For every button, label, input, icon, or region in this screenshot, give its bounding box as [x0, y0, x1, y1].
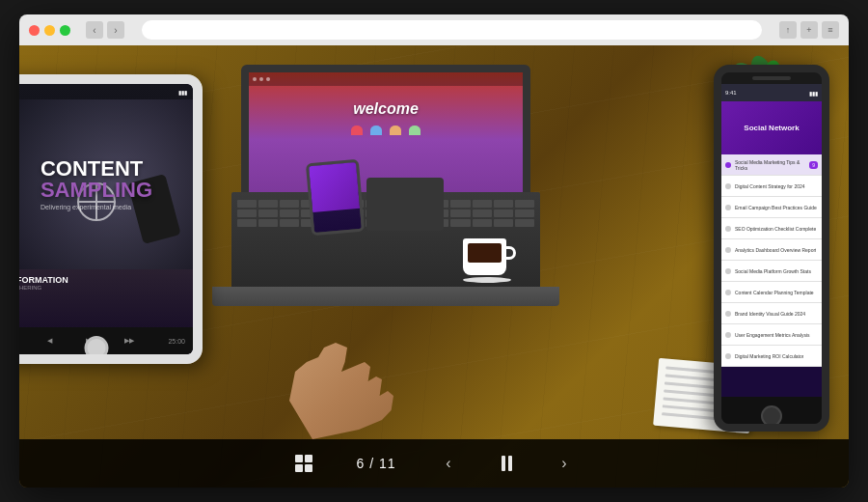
previous-button[interactable]: ‹: [434, 449, 463, 478]
bookmark-icon[interactable]: +: [800, 21, 818, 39]
list-dot: [725, 268, 731, 274]
phone-list-item[interactable]: SEO Optimization Checklist Complete: [721, 218, 822, 239]
cup-body: [463, 238, 506, 275]
phone-list-item[interactable]: User Engagement Metrics Analysis: [721, 324, 822, 346]
info-gathering-sub: GATHERING: [19, 285, 185, 291]
list-dot: [725, 183, 731, 189]
browser-actions: ↑ + ≡: [779, 21, 839, 39]
phone-list-item[interactable]: Digital Marketing ROI Calculator: [721, 346, 822, 367]
laptop-welcome-text: welcome: [249, 100, 523, 118]
tablet-home-button[interactable]: [85, 336, 109, 360]
phone-home-button[interactable]: [761, 405, 782, 427]
tablet-time: 25:00: [168, 338, 185, 345]
key: [237, 200, 257, 208]
sampling-label: SAMPLING: [41, 180, 152, 201]
laptop-base: [212, 287, 559, 306]
media-controls-bar: 6 / 11 ‹ ›: [19, 439, 849, 488]
cup-saucer: [463, 277, 511, 283]
tablet-bottom-section: INFORMATION GATHERING: [19, 269, 193, 327]
screen-header-bar: [249, 72, 523, 86]
phone-list-item[interactable]: Digital Content Strategy for 2024: [721, 176, 822, 197]
coffee-cup: [463, 238, 511, 282]
grid-icon: [295, 455, 312, 472]
tablet-screen: 9:41 ▮▮▮ CONTENT SAMPLING Delivering exp…: [19, 84, 193, 354]
notification-badge: 9: [809, 161, 818, 169]
traffic-lights: [29, 25, 70, 36]
url-bar[interactable]: [142, 20, 762, 40]
umbrella-people: [249, 126, 523, 135]
tablet-top-bar: 9:41 ▮▮▮: [19, 84, 193, 99]
content-area: welcome: [19, 45, 849, 488]
screen-dot-2: [259, 77, 263, 81]
phone-top-bar: 9:41 ▮▮▮: [721, 84, 822, 101]
phone-list: Social Media Marketing Tips & Tricks 9 D…: [721, 154, 822, 367]
share-icon[interactable]: ↑: [779, 21, 797, 39]
phone-list-item[interactable]: Content Calendar Planning Template: [721, 282, 822, 303]
content-text-overlay: CONTENT SAMPLING Delivering experimental…: [31, 149, 162, 220]
list-dot: [725, 332, 731, 338]
minimize-button[interactable]: [44, 25, 55, 36]
maximize-button[interactable]: [60, 25, 70, 36]
info-gathering-label: INFORMATION: [19, 275, 185, 285]
tablet-ctrl-prev[interactable]: ◀: [47, 337, 52, 345]
list-dot: [725, 162, 731, 168]
smartphone-device: 9:41 ▮▮▮ Social Network Social Media Mar…: [714, 65, 829, 432]
tablet-main-image: CONTENT SAMPLING Delivering experimental…: [19, 99, 193, 269]
coffee-liquid: [468, 243, 502, 263]
page-indicator: 6 / 11: [347, 456, 405, 471]
tablet-device: 9:41 ▮▮▮ CONTENT SAMPLING Delivering exp…: [19, 74, 203, 364]
list-dot: [725, 290, 731, 295]
phone-list-item[interactable]: Email Campaign Best Practices Guide: [721, 197, 822, 218]
menu-icon[interactable]: ≡: [822, 21, 839, 39]
grid-view-button[interactable]: [289, 449, 318, 478]
forward-button[interactable]: ›: [107, 21, 124, 39]
list-dot: [725, 205, 731, 210]
laptop: welcome: [212, 65, 579, 335]
smartphone-home-area: [721, 397, 822, 432]
screen-dot-1: [253, 77, 257, 81]
back-button[interactable]: ‹: [86, 21, 103, 39]
phone-hero-text: Social Network: [744, 124, 799, 132]
browser-window: ‹ › ↑ + ≡: [19, 14, 849, 488]
desk-phone-screen: [309, 162, 360, 212]
list-dot: [725, 311, 731, 317]
content-label: CONTENT: [41, 158, 152, 180]
phone-list-item[interactable]: Social Media Platform Growth Stats: [721, 261, 822, 282]
desk-phone-small: [306, 159, 365, 237]
phone-hero-banner: Social Network: [721, 101, 822, 154]
play-pause-button[interactable]: [492, 449, 521, 478]
screen-dot-3: [266, 77, 270, 81]
tablet-ctrl-next[interactable]: ▶▶: [124, 337, 134, 345]
phone-list-item[interactable]: Social Media Marketing Tips & Tricks 9: [721, 154, 822, 176]
list-dot: [725, 247, 731, 253]
phone-list-item[interactable]: Brand Identity Visual Guide 2024: [721, 303, 822, 324]
close-button[interactable]: [29, 25, 40, 36]
browser-chrome: ‹ › ↑ + ≡: [19, 14, 849, 45]
tablet-content: 9:41 ▮▮▮ CONTENT SAMPLING Delivering exp…: [19, 84, 193, 354]
delivering-text: Delivering experimental media: [41, 204, 152, 210]
smartphone-screen: 9:41 ▮▮▮ Social Network Social Media Mar…: [721, 84, 822, 397]
next-button[interactable]: ›: [550, 449, 579, 478]
phone-speaker: [752, 76, 791, 80]
laptop-touchpad: [366, 178, 444, 231]
list-dot: [725, 353, 731, 359]
list-dot: [725, 226, 731, 232]
pause-icon: [502, 456, 512, 471]
nav-buttons: ‹ ›: [86, 21, 124, 39]
phone-list-item[interactable]: Analytics Dashboard Overview Report: [721, 239, 822, 261]
